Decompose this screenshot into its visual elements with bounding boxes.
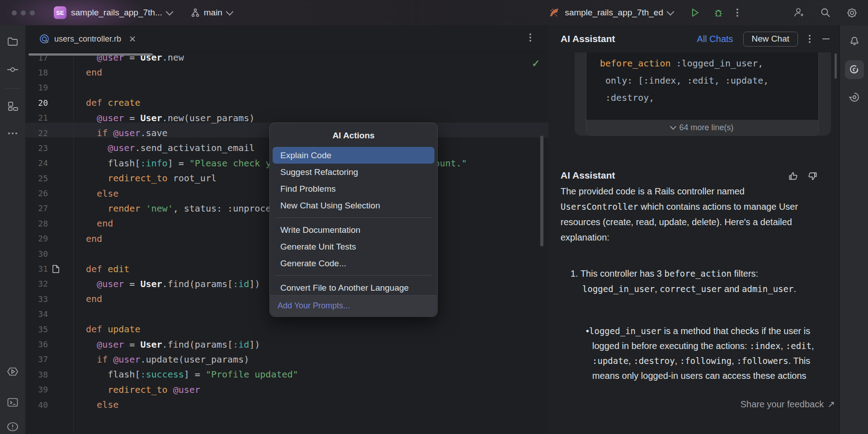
rails-controller-icon	[39, 33, 50, 45]
rails-icon	[548, 7, 560, 19]
notifications-bell-icon[interactable]	[848, 35, 860, 47]
expand-more-lines[interactable]: 64 more line(s)	[586, 120, 818, 135]
hide-panel-icon[interactable]	[822, 38, 830, 39]
menu-item-new-chat-using-selection[interactable]: New Chat Using Selection	[273, 197, 434, 214]
add-your-prompts-item[interactable]: Add Your Prompts...	[270, 295, 437, 316]
add-user-icon[interactable]	[793, 7, 804, 19]
menu-item-find-problems[interactable]: Find Problems	[273, 180, 434, 197]
assistant-list-item-1: 1. This controller has 3 before_action f…	[571, 266, 835, 297]
project-name: sample_rails_app_7th...	[71, 8, 162, 18]
all-chats-link[interactable]: All Chats	[697, 34, 733, 44]
line-number: 32	[25, 279, 48, 288]
line-number: 25	[25, 174, 48, 183]
code-line: 18end	[25, 65, 548, 80]
thumbs-up-icon[interactable]	[788, 171, 798, 181]
line-number: 19	[25, 83, 48, 92]
line-number: 37	[25, 354, 48, 364]
project-selector[interactable]: sample_rails_app_7th...	[66, 8, 172, 18]
menu-item-suggest-refactoring[interactable]: Suggest Refactoring	[273, 164, 434, 180]
inspections-ok-icon[interactable]: ✓	[532, 58, 540, 70]
assistant-paragraph: The provided code is a Rails controller …	[561, 184, 821, 245]
more-actions-menu[interactable]	[736, 9, 738, 17]
line-number: 39	[25, 385, 48, 394]
tab-scroll-indicator[interactable]	[28, 53, 153, 56]
terminal-icon[interactable]	[7, 396, 19, 409]
code-line: 35def update	[25, 321, 548, 336]
chevron-down-icon	[667, 8, 675, 16]
menu-item-write-documentation[interactable]: Write Documentation	[273, 222, 434, 238]
menu-item-explain-code[interactable]: Explain Code	[273, 147, 434, 164]
settings-gear-icon[interactable]	[846, 7, 858, 19]
tab-close-icon[interactable]: ✕	[129, 34, 136, 44]
share-feedback-link[interactable]: Share your feedback↗	[741, 399, 835, 410]
left-tool-rail	[0, 25, 26, 434]
snippet-code: before_action :logged_in_user, only: [:i…	[600, 55, 818, 106]
tab-users-controller[interactable]: users_controller.rb ✕	[35, 25, 140, 52]
line-number: 21	[25, 113, 48, 123]
chat-options-menu[interactable]	[809, 35, 811, 43]
project-folder-icon[interactable]	[7, 36, 19, 47]
line-number: 29	[25, 234, 48, 243]
services-icon[interactable]	[6, 365, 19, 378]
popup-title: AI Actions	[270, 131, 437, 141]
run-config-selector[interactable]: sample_rails_app_7th_ed	[548, 7, 673, 19]
assistant-message-author: AI Assistant	[561, 170, 615, 181]
more-tool-windows[interactable]	[8, 132, 17, 134]
line-number: 18	[25, 68, 48, 77]
code-line: 20def create	[25, 95, 548, 110]
ai-chat-spiral-icon[interactable]	[848, 91, 861, 104]
feedback-buttons	[788, 171, 818, 181]
branch-name: main	[204, 8, 222, 18]
panel-title: AI Assistant	[561, 33, 615, 44]
line-number: 35	[25, 325, 48, 334]
ai-assistant-panel: AI Assistant All Chats New Chat before_a…	[548, 25, 840, 434]
code-line: 38 flash[:success] = "Profile updated"	[25, 367, 548, 382]
commit-icon[interactable]	[6, 63, 19, 76]
code-line: 19	[25, 80, 548, 95]
search-icon[interactable]	[820, 7, 831, 19]
window-controls[interactable]	[12, 10, 35, 15]
run-button[interactable]	[689, 7, 700, 18]
ai-assistant-header: AI Assistant All Chats New Chat	[548, 25, 840, 52]
thumbs-down-icon[interactable]	[807, 171, 818, 181]
chevron-down-icon	[226, 8, 233, 16]
chevron-down-icon	[165, 8, 173, 16]
editor-vertical-scrollbar[interactable]	[540, 136, 543, 246]
line-number: 36	[25, 340, 48, 349]
line-number: 40	[25, 400, 48, 410]
menu-separator	[275, 275, 432, 276]
popup-items: Explain CodeSuggest RefactoringFind Prob…	[270, 147, 437, 296]
external-link-icon: ↗	[827, 399, 835, 410]
menu-item-generate-code[interactable]: Generate Code...	[273, 255, 434, 272]
go-to-view-icon[interactable]	[52, 264, 60, 274]
ai-assistant-tool-button[interactable]	[845, 60, 864, 79]
line-number: 20	[25, 98, 48, 108]
right-tool-rail	[840, 25, 868, 434]
line-number: 30	[25, 249, 48, 259]
run-config-name: sample_rails_app_7th_ed	[565, 8, 663, 18]
branch-selector[interactable]: main	[190, 8, 232, 18]
structure-icon[interactable]	[7, 100, 19, 112]
line-number: 26	[25, 189, 48, 198]
line-number: 34	[25, 309, 48, 319]
debug-button[interactable]	[713, 7, 724, 18]
new-chat-button[interactable]: New Chat	[743, 32, 798, 47]
chat-messages: before_action :logged_in_user, only: [:i…	[548, 52, 840, 412]
code-line: 40 else	[25, 397, 548, 412]
code-line: 36 @user = User.find(params[:id])	[25, 337, 548, 352]
menu-separator	[275, 217, 432, 218]
line-number: 31	[25, 264, 48, 274]
line-number: 23	[25, 143, 48, 153]
ai-assistant-icon	[849, 64, 860, 75]
tab-label: users_controller.rb	[54, 34, 121, 44]
problems-icon[interactable]	[6, 420, 19, 433]
menu-item-generate-unit-tests[interactable]: Generate Unit Tests	[273, 238, 434, 255]
assistant-bullet-item: •logged_in_user is a method that checks …	[586, 324, 831, 392]
menu-item-convert-file-to-another-language[interactable]: Convert File to Another Language	[273, 279, 434, 296]
line-number: 38	[25, 370, 48, 379]
chat-scrollbar[interactable]	[835, 53, 837, 79]
code-line: 37 if @user.update(user_params)	[25, 352, 548, 367]
rail-separator	[5, 88, 20, 89]
line-number: 28	[25, 219, 48, 228]
editor-options-menu[interactable]	[529, 33, 531, 42]
